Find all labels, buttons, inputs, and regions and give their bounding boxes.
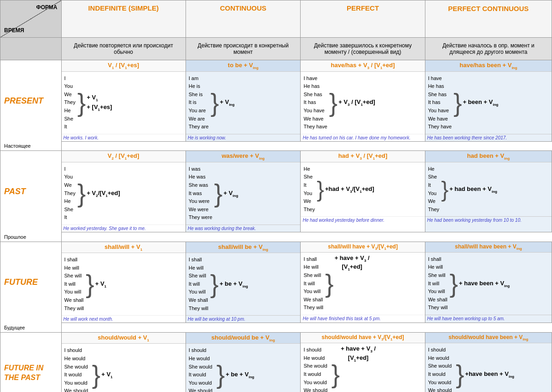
- present-sublabel: Настоящее: [0, 141, 62, 151]
- desc-indefinite: Действие повторяется или происходит обыч…: [61, 38, 186, 60]
- past-indefinite-cell: V2 / [V1+ed] IYouWeTheyHeSheIt } + V2/[V…: [61, 151, 186, 232]
- past-perfect-continuous-cell: had been + Ving HeSheItYouWeThey } + had…: [425, 151, 552, 232]
- vremya-label: ВРЕМЯ: [4, 27, 24, 34]
- grammar-table: ФОРМА ВРЕМЯ INDEFINITE (SIMPLE) CONTINUO…: [0, 0, 552, 392]
- futureinpast-perfect-continuous-cell: should/would have been + Ving I shouldHe…: [425, 332, 552, 392]
- present-perfect-cell: have/has + V3 / [V1+ed] I haveHe hasShe …: [301, 60, 425, 142]
- past-sublabel: Прошлое: [0, 232, 62, 242]
- present-indefinite-cell: V1 / [V1+es] IYouWeTheyHeSheIt } + V1 + …: [61, 60, 186, 142]
- col-header-perfect-continuous: PERFECT CONTINUOUS: [425, 0, 552, 38]
- present-continuous-cell: to be + Ving I amHe isShe isIt isYou are…: [186, 60, 301, 142]
- futureinpast-perfect-cell: should/would have + V3/[V1+ed] I shouldH…: [301, 332, 425, 392]
- forma-label: ФОРМА: [36, 4, 57, 11]
- desc-perfect: Действие завершилось к конкретному момен…: [301, 38, 425, 60]
- past-perfect-cell: had + V3 / [V1+ed] HeSheItYouWeThey } +h…: [301, 151, 425, 232]
- past-continuous-cell: was/were + Ving I wasHe wasShe wasIt was…: [186, 151, 301, 232]
- desc-continuous: Действие происходит в конкретный момент: [186, 38, 301, 60]
- futureinpast-continuous-cell: should/would be + Ving I shouldHe wouldS…: [186, 332, 301, 392]
- future-indefinite-cell: shall/will + V1 I shallHe willShe willIt…: [61, 242, 186, 323]
- col-header-indefinite: INDEFINITE (SIMPLE): [61, 0, 186, 38]
- future-perfect-cell: shall/will have + V3/[V1+ed] I shallHe w…: [301, 242, 425, 323]
- present-perfect-continuous-cell: have/has been + Ving I haveHe hasShe has…: [425, 60, 552, 142]
- future-in-past-label: FUTURE IN THE PAST: [0, 332, 62, 392]
- future-sublabel: Будущее: [0, 323, 62, 333]
- present-label: PRESENT: [0, 60, 62, 142]
- forma-vremya-cell: ФОРМА ВРЕМЯ: [0, 0, 62, 38]
- col-header-continuous: CONTINUOUS: [186, 0, 301, 38]
- futureinpast-indefinite-cell: should/would + V1 I shouldHe wouldShe wo…: [61, 332, 186, 392]
- col-header-perfect: PERFECT: [301, 0, 425, 38]
- future-continuous-cell: shall/will be + Ving I shallHe willShe w…: [186, 242, 301, 323]
- future-label: FUTURE: [0, 242, 62, 323]
- empty-desc: [0, 38, 62, 60]
- desc-perfect-continuous: Действие началось в опр. момент и длящее…: [425, 38, 552, 60]
- future-perfect-continuous-cell: shall/will have been + Ving I shallHe wi…: [425, 242, 552, 323]
- past-label: PAST: [0, 151, 62, 232]
